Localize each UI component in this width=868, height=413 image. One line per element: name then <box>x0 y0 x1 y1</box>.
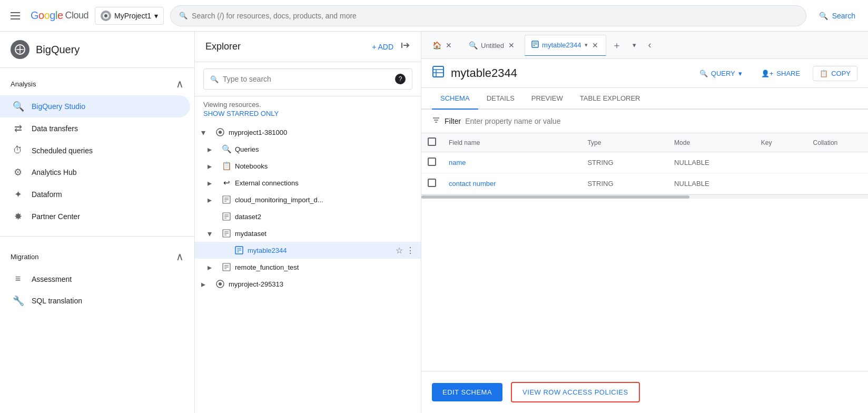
table-title: mytable2344 <box>451 66 687 80</box>
row1-checkbox[interactable] <box>428 158 436 166</box>
view-row-access-button[interactable]: VIEW ROW ACCESS POLICIES <box>511 382 640 402</box>
sidebar-item-assessment[interactable]: ≡ Assessment <box>0 268 190 290</box>
more-tabs-button[interactable]: ▾ <box>627 38 642 53</box>
show-starred-only-button[interactable]: SHOW STARRED ONLY <box>195 109 421 122</box>
tree-item-myproject1[interactable]: ▾ myproject1-381000 ☆ ⋮ <box>195 124 421 141</box>
explorer-search-input[interactable] <box>223 75 395 83</box>
tree-item-external-connections[interactable]: ▸ ↩ External connections ⋮ <box>195 174 421 191</box>
cloud-monitoring-icon <box>221 194 232 205</box>
expand-remote-function-icon: ▸ <box>208 262 218 272</box>
migration-section-header[interactable]: Migration ∧ <box>0 245 194 268</box>
add-button[interactable]: + ADD <box>372 43 393 51</box>
project-name: MyProject1 <box>114 12 151 20</box>
viewing-resources-text: Viewing resources. <box>195 96 421 109</box>
expand-mydataset-icon: ▾ <box>208 229 218 239</box>
tree-item-queries[interactable]: ▸ 🔍 Queries ⋮ <box>195 141 421 158</box>
project-dropdown-icon: ▾ <box>154 12 158 20</box>
search-icon: 🔍 <box>179 12 188 19</box>
project1-star-icon[interactable]: ☆ <box>396 127 403 137</box>
row2-mode: NULLABLE <box>668 173 755 194</box>
untitled-tab-close[interactable]: ✕ <box>507 40 516 51</box>
sidebar-item-scheduled-queries[interactable]: ⏱ Scheduled queries <box>0 140 190 161</box>
tree-item-myproject295313[interactable]: ▸ myproject-295313 ★ ⋮ <box>195 276 421 292</box>
tree-item-remote-function[interactable]: ▸ remote_function_test ☆ ⋮ <box>195 259 421 276</box>
analysis-section-header[interactable]: Analysis ∧ <box>0 72 194 95</box>
mytable2344-tab-close[interactable]: ✕ <box>591 40 599 51</box>
queries-icon: 🔍 <box>221 144 232 154</box>
home-tab-close[interactable]: ✕ <box>445 40 453 51</box>
queries-more-icon[interactable]: ⋮ <box>406 144 415 154</box>
mytable2344-tab-dropdown-icon[interactable]: ▾ <box>585 42 588 48</box>
copy-button[interactable]: 📋 COPY <box>813 66 857 81</box>
name-field-link[interactable]: name <box>449 159 466 166</box>
back-navigation-button[interactable]: ‹ <box>648 40 652 51</box>
mydataset-label: mydataset <box>235 230 396 238</box>
table-explorer-tab-label: TABLE EXPLORER <box>580 94 640 102</box>
tree-item-dataset2[interactable]: dataset2 ☆ ⋮ <box>195 208 421 225</box>
tree-item-mydataset[interactable]: ▾ mydataset ☆ ⋮ <box>195 225 421 242</box>
row1-key <box>755 152 807 173</box>
tab-schema[interactable]: SCHEMA <box>432 88 478 110</box>
col-header-mode: Mode <box>668 133 755 152</box>
cloud-monitoring-more-icon[interactable]: ⋮ <box>406 195 415 205</box>
analysis-label: Analysis <box>11 80 36 88</box>
project1-more-icon[interactable]: ⋮ <box>406 127 415 137</box>
query-button[interactable]: 🔍 QUERY ▾ <box>693 66 748 81</box>
project-selector[interactable]: MyProject1 ▾ <box>95 7 164 25</box>
project295313-star-icon[interactable]: ★ <box>396 279 403 289</box>
sidebar-item-bigquery-studio[interactable]: 🔍 BigQuery Studio <box>0 95 190 117</box>
mytable2344-label: mytable2344 <box>248 247 396 254</box>
collapse-explorer-button[interactable] <box>400 40 410 53</box>
mydataset-more-icon[interactable]: ⋮ <box>406 229 415 239</box>
mydataset-star-icon[interactable]: ☆ <box>396 229 403 239</box>
tab-preview[interactable]: PREVIEW <box>523 88 571 110</box>
remote-function-star-icon[interactable]: ☆ <box>396 262 403 272</box>
copy-label: COPY <box>831 70 851 77</box>
remote-function-label: remote_function_test <box>235 263 396 271</box>
bigquery-studio-label: BigQuery Studio <box>32 102 85 111</box>
dataset2-star-icon[interactable]: ☆ <box>396 212 403 222</box>
bottom-actions: EDIT SCHEMA VIEW ROW ACCESS POLICIES <box>421 371 868 413</box>
search-help-icon[interactable]: ? <box>395 74 406 84</box>
dataset2-more-icon[interactable]: ⋮ <box>406 212 415 222</box>
row2-type: STRING <box>581 173 668 194</box>
expand-queries-icon: ▸ <box>208 144 218 154</box>
tab-mytable2344[interactable]: mytable2344 ▾ ✕ <box>525 35 606 56</box>
contact-number-field-link[interactable]: contact number <box>449 180 496 188</box>
add-tab-button[interactable]: ＋ <box>608 37 625 54</box>
tab-table-explorer[interactable]: TABLE EXPLORER <box>571 88 649 110</box>
sidebar-item-sql-translation[interactable]: 🔧 SQL translation <box>0 290 190 312</box>
tab-untitled[interactable]: 🔍 Untitled ✕ <box>462 35 522 56</box>
mytable2344-more-icon[interactable]: ⋮ <box>406 245 415 255</box>
tree-item-mytable2344[interactable]: mytable2344 ☆ ⋮ <box>195 242 421 259</box>
external-more-icon[interactable]: ⋮ <box>406 178 415 188</box>
horizontal-scrollbar[interactable] <box>421 194 868 199</box>
row2-checkbox[interactable] <box>428 179 436 187</box>
hamburger-menu[interactable] <box>6 8 24 24</box>
search-button[interactable]: 🔍 Search <box>813 12 862 20</box>
share-button[interactable]: 👤+ SHARE <box>755 66 806 81</box>
project295313-more-icon[interactable]: ⋮ <box>406 279 415 289</box>
global-search-input[interactable] <box>192 12 797 20</box>
assessment-icon: ≡ <box>13 273 23 284</box>
mytable2344-star-icon[interactable]: ☆ <box>396 245 403 255</box>
notebooks-more-icon[interactable]: ⋮ <box>406 161 415 171</box>
remote-function-more-icon[interactable]: ⋮ <box>406 262 415 272</box>
sidebar-item-dataform[interactable]: ✦ Dataform <box>0 183 190 205</box>
sidebar-item-partner-center[interactable]: ✸ Partner Center <box>0 205 190 228</box>
row2-check <box>421 173 442 194</box>
sidebar-item-analytics-hub[interactable]: ⚙ Analytics Hub <box>0 161 190 183</box>
cloud-monitoring-label: cloud_monitoring_import_d... <box>235 196 396 204</box>
assessment-label: Assessment <box>32 275 72 283</box>
filter-input[interactable] <box>465 117 857 125</box>
sidebar-item-data-transfers[interactable]: ⇄ Data transfers <box>0 117 190 140</box>
edit-schema-button[interactable]: EDIT SCHEMA <box>432 383 502 401</box>
tree-item-cloud-monitoring[interactable]: ▸ cloud_monitoring_import_d... ☆ ⋮ <box>195 191 421 208</box>
home-tab-icon: 🏠 <box>432 41 441 50</box>
tab-home[interactable]: 🏠 ✕ <box>426 35 460 56</box>
tab-details[interactable]: DETAILS <box>478 88 523 110</box>
tree-item-notebooks[interactable]: ▸ 📋 Notebooks ⋮ <box>195 158 421 174</box>
cloud-monitoring-star-icon[interactable]: ☆ <box>396 195 403 205</box>
select-all-checkbox[interactable] <box>428 137 436 146</box>
row1-check <box>421 152 442 173</box>
